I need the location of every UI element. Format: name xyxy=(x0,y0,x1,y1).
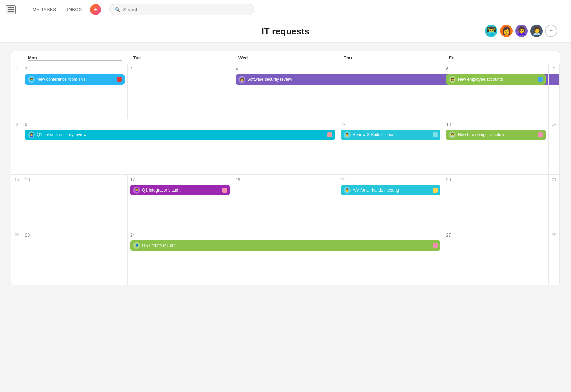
week-end-3: 21 xyxy=(549,175,560,230)
avatar-2[interactable]: 👩 xyxy=(499,24,513,38)
event-av-all-hands[interactable]: 👨 A/V for all-hands meeting xyxy=(341,185,440,195)
event-checkbox[interactable] xyxy=(433,188,438,193)
event-label: A/V for all-hands meeting xyxy=(353,188,431,193)
day-mon-3: 16 xyxy=(22,175,128,230)
week-2: 8 9 👩‍🦱 Q1 network security review 12 👨 xyxy=(11,119,560,175)
event-checkbox[interactable] xyxy=(117,77,122,82)
event-avatar: 👨‍💻 xyxy=(28,76,35,83)
event-label: OS update roll-out xyxy=(142,243,431,248)
calendar-wrap: Mon Tue Wed Thu Fri 1 2 👨‍💻 New conferen… xyxy=(0,43,571,294)
week-num-1: 1 xyxy=(11,64,22,119)
calendar-body: 1 2 👨‍💻 New conference room TVs 3 4 xyxy=(11,64,560,285)
corner-cell-right xyxy=(549,51,560,64)
week-end-1: 7 xyxy=(549,64,560,119)
event-os-update-rollout[interactable]: 👤 OS update roll-out xyxy=(130,240,440,251)
page-header: IT requests 👨‍💻 👩 👩‍🦱 🧑‍💼 + xyxy=(0,19,571,43)
event-avatar: 👤 xyxy=(133,242,140,249)
calendar-day-headers: Mon Tue Wed Thu Fri xyxy=(11,51,560,64)
week-end-4: 28 xyxy=(549,230,560,285)
event-checkbox[interactable] xyxy=(327,132,332,137)
header-mon: Mon xyxy=(22,51,128,64)
avatar-1[interactable]: 👨‍💻 xyxy=(484,24,498,38)
day-fri-4: 27 xyxy=(443,230,549,285)
event-renew-gsuite[interactable]: 👨 Renew G Suite licenses xyxy=(341,130,440,140)
event-checkbox[interactable] xyxy=(538,77,543,82)
menu-button[interactable] xyxy=(6,5,16,14)
day-tue-3: 17 👩‍🦱 Q1 Integrations audit xyxy=(128,175,233,230)
event-checkbox[interactable] xyxy=(433,132,438,137)
avatar-3[interactable]: 👩‍🦱 xyxy=(515,24,528,38)
day-fri-3: 20 xyxy=(443,175,549,230)
event-q1-integrations-audit[interactable]: 👩‍🦱 Q1 Integrations audit xyxy=(130,185,230,195)
day-thu-2: 12 👨 Renew G Suite licenses xyxy=(338,119,443,174)
day-mon-4: 23 xyxy=(22,230,128,285)
event-label: New conference room TVs xyxy=(37,77,115,82)
search-bar: 🔍 xyxy=(109,4,254,15)
day-tue-1: 3 xyxy=(128,64,233,119)
top-nav: MY TASKS INBOX + 🔍 xyxy=(0,0,571,19)
day-fri-1: 6 🧑 New employee accounts xyxy=(443,64,549,119)
event-avatar: 👨 xyxy=(344,131,351,138)
event-checkbox[interactable] xyxy=(433,243,438,248)
event-new-conference-room-tvs[interactable]: 👨‍💻 New conference room TVs xyxy=(25,74,125,85)
header-tue: Tue xyxy=(128,51,233,64)
event-new-hire-computer-setup[interactable]: 🧑‍💼 New hire computer setup xyxy=(446,130,546,140)
day-thu-3: 19 👨 A/V for all-hands meeting xyxy=(338,175,443,230)
day-mon-1: 2 👨‍💻 New conference room TVs xyxy=(22,64,128,119)
header-wed: Wed xyxy=(233,51,338,64)
event-label: New hire computer setup xyxy=(458,132,536,137)
event-label: Q1 Integrations audit xyxy=(142,188,220,193)
avatar-group: 👨‍💻 👩 👩‍🦱 🧑‍💼 + xyxy=(484,24,557,38)
event-checkbox[interactable] xyxy=(222,188,227,193)
event-new-employee-accounts[interactable]: 🧑 New employee accounts xyxy=(446,74,546,85)
corner-cell xyxy=(11,51,22,64)
nav-divider xyxy=(23,4,23,15)
week-1: 1 2 👨‍💻 New conference room TVs 3 4 xyxy=(11,64,560,119)
week-3: 15 16 17 👩‍🦱 Q1 Integrations audit 18 xyxy=(11,175,560,230)
add-task-button[interactable]: + xyxy=(90,4,101,15)
week-num-4: 22 xyxy=(11,230,22,285)
event-avatar: 🧑‍💼 xyxy=(449,131,456,138)
day-mon-2: 9 👩‍🦱 Q1 network security review xyxy=(22,119,338,174)
day-fri-2: 13 🧑‍💼 New hire computer setup xyxy=(443,119,549,174)
header-fri: Fri xyxy=(443,51,549,64)
event-avatar: 👩‍🦱 xyxy=(133,187,140,194)
day-wed-3: 18 xyxy=(233,175,338,230)
add-member-button[interactable]: + xyxy=(545,25,557,37)
event-checkbox[interactable] xyxy=(538,132,543,137)
my-tasks-button[interactable]: MY TASKS xyxy=(30,6,59,13)
event-label: Renew G Suite licenses xyxy=(353,132,431,137)
search-input[interactable] xyxy=(123,7,249,12)
avatar-4[interactable]: 🧑‍💼 xyxy=(530,24,543,38)
event-avatar: 👨 xyxy=(344,187,351,194)
day-wed-1: 4 👩 Software security review xyxy=(233,64,443,119)
event-avatar: 🧑 xyxy=(449,76,456,83)
calendar: Mon Tue Wed Thu Fri 1 2 👨‍💻 New conferen… xyxy=(11,51,560,285)
week-num-2: 8 xyxy=(11,119,22,174)
week-num-3: 15 xyxy=(11,175,22,230)
event-avatar: 👩‍🦱 xyxy=(28,131,35,138)
header-thu: Thu xyxy=(338,51,443,64)
inbox-button[interactable]: INBOX xyxy=(64,6,85,13)
event-label: Q1 network security review xyxy=(37,132,325,137)
week-end-2: 14 xyxy=(549,119,560,174)
event-q1-network-security[interactable]: 👩‍🦱 Q1 network security review xyxy=(25,130,335,140)
event-avatar: 👩 xyxy=(238,76,245,83)
week-4: 22 23 24 👤 OS update roll-out 27 xyxy=(11,230,560,285)
event-label: New employee accounts xyxy=(458,77,536,82)
search-icon: 🔍 xyxy=(115,7,120,12)
day-tue-4: 24 👤 OS update roll-out xyxy=(128,230,443,285)
